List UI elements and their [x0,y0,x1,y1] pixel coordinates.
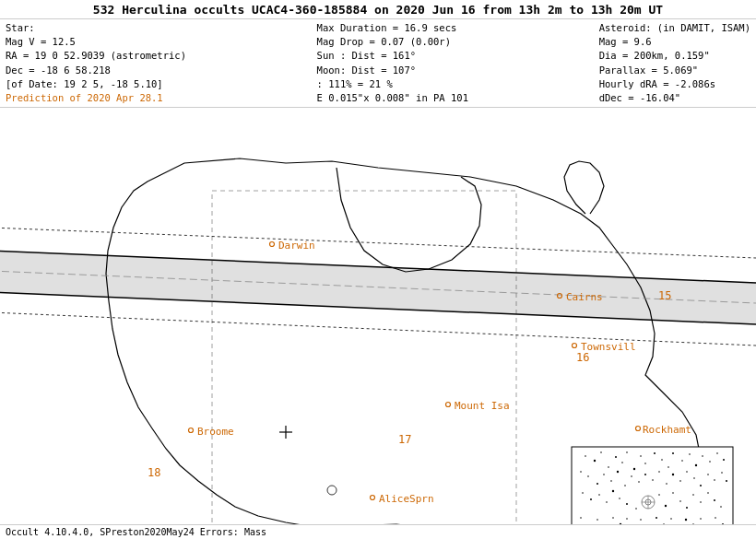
city-darwin: Darwin [270,240,315,252]
svg-text:Cairns: Cairns [566,291,603,303]
cross-marker [279,426,292,439]
small-circle [327,486,337,495]
svg-text:AliceSprn: AliceSprn [379,493,434,505]
svg-point-45 [702,456,703,458]
svg-point-18 [371,496,375,500]
svg-text:Mount Isa: Mount Isa [455,400,510,412]
svg-point-37 [644,463,646,465]
svg-point-89 [700,502,702,504]
svg-point-41 [672,452,674,454]
svg-point-12 [573,344,577,348]
svg-point-36 [640,456,642,458]
svg-point-105 [670,519,672,521]
svg-point-64 [686,472,688,474]
info-middle: Max Duration = 16.9 secs Mag Drop = 0.07… [317,21,468,105]
svg-point-83 [658,495,660,497]
info-right: Asteroid: (in DAMIT, ISAM) Mag = 9.6 Dia… [599,21,750,105]
city-alicesprings: AliceSprn [371,493,434,505]
svg-point-95 [597,520,598,521]
city-rockhampton: Rockhamt [636,424,691,436]
time-label-17: 17 [398,433,411,446]
svg-point-103 [656,517,657,519]
svg-point-62 [672,474,674,475]
svg-point-50 [587,476,589,478]
svg-point-86 [679,501,681,503]
svg-point-44 [695,464,697,466]
svg-point-109 [700,519,702,521]
svg-point-82 [635,509,637,510]
svg-point-38 [654,452,656,454]
svg-point-46 [709,462,711,463]
time-label-16: 16 [576,351,589,364]
svg-point-16 [189,428,194,433]
svg-text:Darwin: Darwin [278,240,315,252]
svg-point-71 [582,493,584,495]
bottom-bar: Occult 4.10.4.0, SPreston2020May24 Error… [0,524,756,539]
map-svg: Darwin Cairns Townsvill Mount Isa Broome… [0,108,756,539]
svg-point-84 [665,505,667,507]
svg-point-99 [626,519,628,521]
svg-point-53 [610,481,612,483]
svg-point-76 [619,498,620,500]
svg-text:Rockhamt: Rockhamt [643,424,691,436]
svg-point-91 [714,499,715,501]
svg-point-70 [726,480,727,482]
svg-point-92 [720,507,722,509]
svg-text:Broome: Broome [197,426,234,438]
svg-point-43 [689,454,691,456]
svg-point-14 [446,403,451,407]
svg-point-20 [636,427,641,431]
svg-point-63 [679,481,681,483]
svg-point-49 [580,472,582,474]
city-broome: Broome [189,426,234,438]
svg-point-56 [631,476,632,478]
svg-point-66 [700,485,702,486]
svg-point-74 [606,502,608,504]
svg-point-30 [600,452,602,454]
svg-point-35 [633,468,635,470]
time-label-15: 15 [658,289,671,302]
svg-point-60 [658,472,660,474]
svg-point-107 [685,519,687,521]
svg-point-51 [597,483,598,485]
svg-point-32 [615,456,617,458]
svg-point-73 [598,495,600,497]
svg-point-33 [621,463,623,464]
svg-point-97 [612,518,614,520]
svg-point-57 [638,482,640,484]
city-mountisa: Mount Isa [446,400,510,412]
svg-point-29 [594,460,596,462]
svg-point-67 [707,475,709,476]
svg-point-88 [692,495,694,497]
svg-point-87 [686,507,688,509]
svg-point-101 [640,520,642,521]
svg-point-65 [693,478,695,480]
info-left: Star: Mag V = 12.5 RA = 19 0 52.9039 (as… [6,21,186,105]
svg-point-69 [721,473,723,475]
svg-point-111 [715,518,716,520]
svg-point-75 [612,490,614,492]
page-title: 532 Herculina occults UCAC4-360-185884 o… [0,0,756,19]
svg-point-8 [270,242,275,247]
svg-point-31 [608,467,609,469]
svg-point-54 [617,471,619,473]
map-container: Darwin Cairns Townsvill Mount Isa Broome… [0,108,756,539]
svg-point-55 [624,486,626,487]
svg-point-81 [626,503,628,505]
svg-point-68 [714,480,715,482]
svg-point-58 [644,474,646,475]
svg-point-72 [590,498,592,500]
svg-point-28 [585,456,586,458]
svg-point-47 [716,453,718,455]
svg-point-85 [672,493,674,495]
svg-point-59 [652,480,654,482]
svg-point-93 [580,518,582,520]
svg-point-40 [667,467,669,469]
info-panel: Star: Mag V = 12.5 RA = 19 0 52.9039 (as… [0,19,756,108]
svg-point-61 [666,484,667,486]
svg-point-90 [707,493,709,495]
svg-point-39 [661,460,663,462]
svg-point-34 [626,452,628,454]
svg-point-42 [681,461,683,463]
time-label-18: 18 [148,466,160,479]
